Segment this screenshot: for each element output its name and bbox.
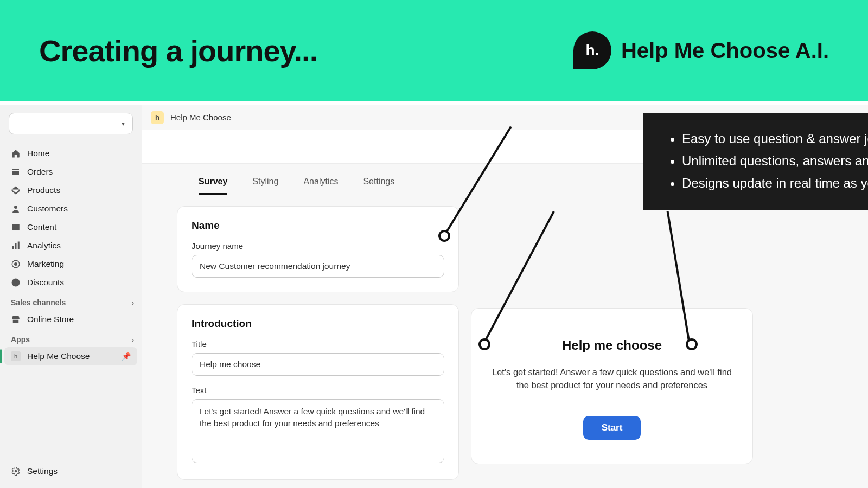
brand-text: Help Me Choose A.I. — [621, 38, 829, 63]
main-area: h Help Me Choose ⋯ Survey Styling Analyt… — [142, 105, 868, 488]
brand-logo-icon: h. — [573, 31, 611, 69]
store-icon — [11, 314, 21, 324]
sidebar-section-sales-channels[interactable]: Sales channels › — [0, 292, 142, 310]
orders-icon — [11, 167, 21, 177]
tab-survey[interactable]: Survey — [199, 177, 227, 195]
sidebar-item-label: Settings — [27, 466, 58, 476]
tab-analytics[interactable]: Analytics — [303, 177, 338, 195]
sidebar-item-home[interactable]: Home — [4, 144, 137, 163]
chevron-right-icon: › — [132, 299, 134, 307]
start-button[interactable]: Start — [583, 416, 641, 440]
app-icon: h — [11, 351, 21, 361]
svg-rect-2 — [12, 246, 14, 249]
pin-icon[interactable]: 📌 — [122, 352, 131, 361]
preview-card: Help me choose Let's get started! Answer… — [471, 308, 753, 464]
sidebar-item-label: Home — [27, 149, 49, 158]
sidebar-item-customers[interactable]: Customers — [4, 200, 137, 218]
svg-rect-4 — [18, 242, 20, 249]
tab-settings[interactable]: Settings — [363, 177, 394, 195]
sidebar-item-discounts[interactable]: Discounts — [4, 273, 137, 292]
field-label-title: Title — [192, 339, 444, 349]
name-card: Name Journey name — [177, 206, 459, 292]
app-shell: ▾ Home Orders Products Customers Content — [0, 101, 868, 488]
sidebar-section-label: Sales channels — [11, 298, 66, 307]
tab-styling[interactable]: Styling — [252, 177, 278, 195]
sidebar-item-label: Discounts — [27, 278, 64, 287]
sidebar-item-content[interactable]: Content — [4, 218, 137, 236]
sidebar-nav-sales: Online Store — [0, 310, 142, 329]
topbar-title: Help Me Choose — [170, 113, 231, 122]
sidebar-nav: Home Orders Products Customers Content A… — [0, 144, 142, 292]
card-heading: Introduction — [192, 318, 444, 330]
journey-name-input[interactable] — [192, 255, 444, 278]
sidebar-item-products[interactable]: Products — [4, 181, 137, 200]
card-heading: Name — [192, 220, 444, 232]
sidebar-item-label: Orders — [27, 167, 53, 177]
sidebar-item-label: Products — [27, 185, 60, 195]
content: Survey Styling Analytics Settings Name J… — [142, 164, 868, 488]
hero-title: Creating a journey... — [39, 33, 317, 68]
hero-brand: h. Help Me Choose A.I. — [573, 31, 829, 69]
callout-item: Easy to use question & answer journey ed… — [682, 128, 868, 150]
sidebar-section-label: Apps — [11, 335, 30, 344]
svg-point-6 — [14, 262, 17, 266]
discounts-icon — [11, 278, 21, 287]
sidebar: ▾ Home Orders Products Customers Content — [0, 105, 142, 488]
chevron-right-icon: › — [132, 336, 134, 344]
sidebar-item-online-store[interactable]: Online Store — [4, 310, 137, 329]
hero-banner: Creating a journey... h. Help Me Choose … — [0, 0, 868, 101]
intro-text-textarea[interactable] — [192, 399, 444, 463]
connector-dot — [686, 338, 698, 350]
sidebar-item-orders[interactable]: Orders — [4, 163, 137, 181]
sidebar-section-apps[interactable]: Apps › — [0, 329, 142, 347]
connector-dot — [438, 230, 450, 242]
svg-point-0 — [14, 206, 17, 209]
sidebar-item-label: Marketing — [27, 259, 64, 269]
products-icon — [11, 185, 21, 195]
svg-rect-3 — [15, 243, 17, 249]
svg-point-7 — [12, 279, 20, 287]
marketing-icon — [11, 259, 21, 269]
connector-dot — [478, 338, 490, 350]
callout-item: Designs update in real time as you edit — [682, 172, 868, 195]
sidebar-item-analytics[interactable]: Analytics — [4, 236, 137, 255]
svg-point-8 — [15, 470, 17, 473]
sidebar-item-label: Content — [27, 222, 56, 232]
sidebar-nav-apps: h Help Me Choose 📌 — [0, 347, 142, 365]
sidebar-item-label: Customers — [27, 204, 68, 214]
feature-callout: Easy to use question & answer journey ed… — [643, 113, 868, 210]
sidebar-item-marketing[interactable]: Marketing — [4, 255, 137, 273]
sidebar-item-settings[interactable]: Settings — [4, 462, 137, 480]
sidebar-item-label: Help Me Choose — [27, 351, 90, 361]
field-label-text: Text — [192, 386, 444, 395]
introduction-card: Introduction Title Text — [177, 304, 459, 480]
svg-rect-1 — [12, 224, 20, 230]
sidebar-item-label: Analytics — [27, 241, 61, 251]
home-icon — [11, 149, 21, 158]
field-label-journey-name: Journey name — [192, 241, 444, 251]
content-icon — [11, 222, 21, 232]
gear-icon — [11, 466, 21, 476]
analytics-icon — [11, 241, 21, 251]
caret-down-icon: ▾ — [122, 120, 125, 127]
store-selector[interactable]: ▾ — [9, 113, 133, 134]
preview-text: Let's get started! Answer a few quick qu… — [490, 366, 734, 392]
customers-icon — [11, 204, 21, 214]
intro-title-input[interactable] — [192, 353, 444, 376]
sidebar-item-label: Online Store — [27, 314, 74, 324]
sidebar-item-help-me-choose[interactable]: h Help Me Choose 📌 — [4, 347, 137, 365]
app-badge-icon: h — [151, 111, 164, 124]
callout-item: Unlimited questions, answers and product… — [682, 150, 868, 172]
